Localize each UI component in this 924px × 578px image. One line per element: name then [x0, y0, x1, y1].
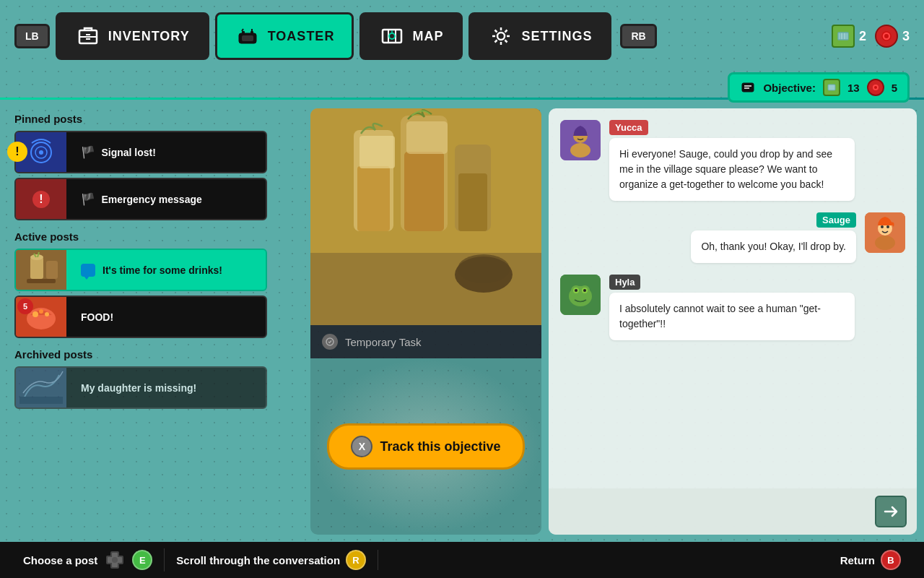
post-title-drinks: It's time for some drinks!	[103, 264, 222, 276]
message-hyla: Hyla I absolutely cannot wait to see a h…	[560, 275, 905, 340]
tab-map[interactable]: MAP	[359, 12, 463, 60]
svg-point-77	[583, 289, 586, 292]
flag-icon-emergency: 🏴	[81, 193, 95, 205]
svg-rect-52	[404, 152, 444, 231]
bottom-bar: Choose a post E Scroll through the conve…	[0, 542, 924, 578]
toaster-icon	[235, 23, 261, 49]
message-content-sauge: Sauge Oh, thank you! Okay, I'll drop by.	[691, 212, 856, 263]
bubble-sauge: Oh, thank you! Okay, I'll drop by.	[691, 230, 856, 263]
svg-rect-34	[30, 257, 43, 279]
choose-post-action: Choose a post E	[12, 548, 165, 571]
task-icon	[322, 334, 338, 350]
return-label: Return	[840, 554, 875, 566]
svg-point-76	[575, 289, 578, 292]
resource-red: 3	[875, 25, 910, 48]
post-title-signal: Signal lost!	[101, 147, 155, 158]
post-thumb-emergency: !	[16, 179, 66, 219]
obj-red-count: 5	[892, 82, 897, 94]
post-signal-lost[interactable]: 🏴 Signal lost!	[14, 131, 267, 173]
objective-icon	[740, 79, 756, 95]
objective-label: Objective:	[763, 82, 816, 94]
message-sauge: Sauge Oh, thank you! Okay, I'll drop by.	[560, 212, 905, 263]
r-button: R	[346, 550, 366, 570]
tab-toaster-label: TOASTER	[268, 29, 335, 44]
tab-toaster[interactable]: TOASTER	[215, 12, 354, 60]
tab-inventory-label: INVENTORY	[108, 29, 190, 44]
conversation-messages[interactable]: Yucca Hi everyone! Sauge, could you drop…	[549, 108, 917, 488]
main-content: Temporary Task X Track this objective	[303, 101, 924, 542]
scroll-label: Scroll through the conversation	[176, 554, 340, 566]
b-button: B	[881, 550, 901, 570]
obj-green-icon	[823, 79, 840, 96]
post-thumb-drinks	[16, 250, 66, 290]
obj-red-icon	[867, 79, 884, 96]
conversation-input-area	[549, 488, 917, 535]
post-food[interactable]: 5 FOOD!	[14, 296, 267, 338]
svg-line-7	[242, 29, 243, 31]
lb-button[interactable]: LB	[14, 24, 50, 48]
r-btn-label: R	[352, 555, 359, 566]
warning-icon: !	[7, 142, 27, 162]
conversation-panel: Yucca Hi everyone! Sauge, could you drop…	[549, 108, 917, 535]
post-info-drinks: It's time for some drinks!	[74, 258, 266, 282]
task-label: Temporary Task	[345, 336, 422, 348]
svg-point-44	[39, 309, 43, 314]
svg-rect-58	[310, 253, 541, 325]
e-btn-label: E	[139, 555, 146, 566]
svg-point-19	[884, 34, 889, 38]
tab-inventory[interactable]: INVENTORY	[56, 12, 209, 60]
x-button-icon: X	[351, 436, 372, 457]
message-content-yucca: Yucca Hi everyone! Sauge, could you drop…	[609, 120, 855, 201]
green-resource-icon	[832, 25, 855, 48]
post-thumb-daughter	[16, 368, 66, 407]
avatar-hyla	[560, 275, 601, 315]
x-btn-label: X	[359, 441, 365, 452]
svg-point-37	[30, 254, 43, 260]
post-title-food: FOOD!	[81, 311, 113, 323]
send-button[interactable]	[875, 496, 907, 527]
e-button: E	[132, 550, 152, 570]
svg-rect-55	[406, 121, 448, 154]
svg-point-82	[112, 557, 118, 563]
return-action[interactable]: Return B	[829, 550, 912, 570]
svg-point-69	[886, 225, 889, 228]
bubble-yucca: Hi everyone! Sauge, could you drop by an…	[609, 138, 855, 201]
post-info-food: FOOD!	[74, 305, 266, 329]
red-resource-count: 3	[902, 29, 910, 44]
dpad-icon	[103, 548, 126, 571]
post-detail-panel: Temporary Task X Track this objective	[310, 108, 541, 535]
svg-text:!: !	[39, 193, 43, 205]
conversation-input[interactable]	[559, 499, 869, 525]
post-info-daughter: My daughter is missing!	[74, 376, 266, 400]
post-emergency[interactable]: ! 🏴 Emergency message	[14, 178, 267, 220]
svg-point-25	[874, 86, 877, 89]
archived-section-title: Archived posts	[14, 348, 267, 361]
chat-icon-drinks	[81, 264, 95, 277]
message-yucca: Yucca Hi everyone! Sauge, could you drop…	[560, 120, 905, 201]
obj-green-count: 13	[847, 82, 860, 94]
svg-rect-46	[19, 397, 63, 404]
sender-name-yucca: Yucca	[609, 120, 648, 135]
svg-rect-9	[242, 35, 253, 41]
post-objective-area: X Track this objective	[310, 358, 541, 535]
active-section-title: Active posts	[14, 230, 267, 243]
svg-point-68	[881, 225, 884, 228]
avatar-yucca	[560, 120, 601, 160]
rb-button[interactable]: RB	[620, 24, 656, 48]
settings-icon	[488, 23, 514, 49]
sender-name-hyla: Hyla	[609, 275, 640, 290]
red-resource-icon	[875, 25, 898, 48]
scroll-action: Scroll through the conversation R	[165, 550, 378, 570]
svg-rect-23	[828, 85, 835, 90]
post-drinks[interactable]: It's time for some drinks!	[14, 249, 267, 291]
post-daughter[interactable]: My daughter is missing!	[14, 366, 267, 409]
green-resource-count: 2	[859, 29, 866, 44]
avatar-sauge	[865, 212, 905, 253]
tab-map-label: MAP	[412, 29, 443, 44]
svg-point-29	[39, 150, 43, 155]
svg-rect-53	[458, 173, 487, 231]
objective-bar: Objective: 13 5	[728, 72, 910, 103]
track-objective-button[interactable]: X Track this objective	[327, 423, 524, 470]
tab-settings[interactable]: SETTINGS	[468, 12, 611, 60]
map-icon	[379, 23, 405, 49]
